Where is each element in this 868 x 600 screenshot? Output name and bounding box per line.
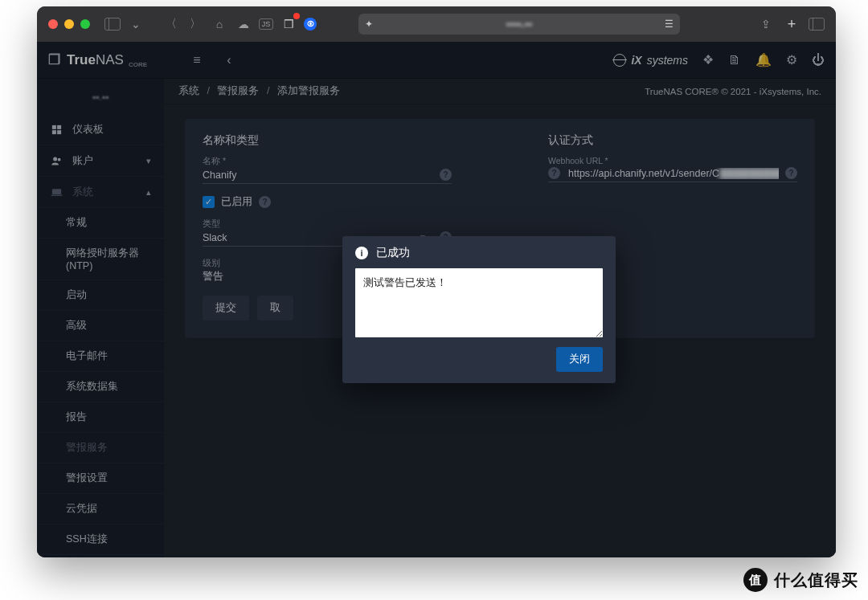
close-button[interactable]: 关闭	[556, 347, 603, 372]
close-window-icon[interactable]	[48, 19, 58, 29]
success-dialog: i 已成功 测试警告已发送！ 关闭	[342, 236, 616, 383]
zoom-window-icon[interactable]	[80, 19, 90, 29]
browser-window: ⌄ 〈 〉 ⌂ ☁ JS ❒ ⦿ ✦ ▪▪▪▪.▪▪ ☰ ⇪ + ❒ TrueN…	[37, 6, 836, 557]
dialog-body[interactable]: 测试警告已发送！	[355, 268, 603, 337]
window-controls	[48, 19, 90, 29]
watermark-text: 什么值得买	[774, 569, 858, 591]
minimize-window-icon[interactable]	[64, 19, 74, 29]
tabs-icon[interactable]	[809, 18, 825, 31]
watermark-icon: 值	[743, 568, 768, 592]
sidebar-icon[interactable]	[104, 18, 121, 31]
dropdown-icon[interactable]: ⌄	[127, 15, 145, 33]
address-text: ▪▪▪▪.▪▪	[506, 18, 532, 30]
forward-icon[interactable]: 〉	[186, 15, 204, 33]
address-bar[interactable]: ✦ ▪▪▪▪.▪▪ ☰	[358, 14, 680, 35]
password-manager-icon[interactable]: ⦿	[304, 18, 317, 31]
reader-icon[interactable]: ☰	[665, 18, 674, 30]
back-icon[interactable]: 〈	[162, 15, 180, 33]
dialog-title: 已成功	[376, 246, 410, 260]
cloud-icon[interactable]: ☁	[235, 15, 252, 33]
home-icon[interactable]: ⌂	[211, 15, 228, 33]
info-icon: i	[355, 247, 368, 259]
watermark: 值 什么值得买	[743, 568, 858, 592]
js-badge-icon[interactable]: JS	[259, 18, 273, 30]
extension-cube-icon[interactable]: ❒	[280, 15, 297, 33]
new-tab-icon[interactable]: +	[783, 15, 800, 33]
share-icon[interactable]: ⇪	[757, 15, 775, 33]
browser-toolbar: ⌄ 〈 〉 ⌂ ☁ JS ❒ ⦿ ✦ ▪▪▪▪.▪▪ ☰ ⇪ +	[37, 6, 836, 42]
site-settings-icon[interactable]: ✦	[365, 14, 373, 35]
